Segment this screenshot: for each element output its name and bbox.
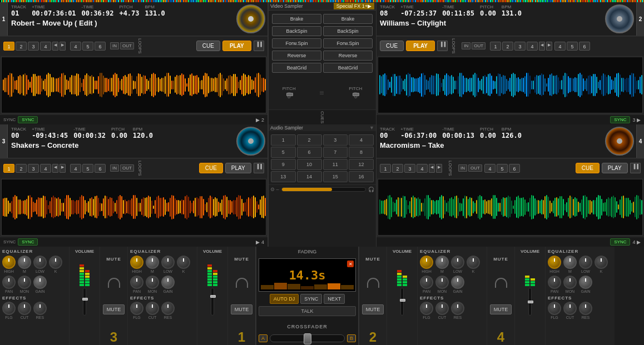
d3-prev-btn[interactable]: ◀ — [52, 164, 58, 173]
d2-prev-btn[interactable]: ◀ — [539, 42, 545, 51]
ch3-mon-knob[interactable] — [18, 276, 31, 289]
d3-in-btn[interactable]: IN — [110, 164, 119, 172]
d4-extra-btn[interactable]: ▐▐ — [630, 163, 641, 173]
d4-sync-btn[interactable]: SYNC — [610, 238, 630, 246]
ch4-high-knob[interactable] — [548, 256, 561, 269]
ch2-cut-knob[interactable] — [435, 302, 449, 315]
d3-sync-btn[interactable]: SYNC — [18, 238, 38, 246]
ch1-pan-knob[interactable] — [130, 276, 143, 289]
d2-loop-4b[interactable]: 4 — [554, 42, 566, 51]
ch4-pan-knob[interactable] — [548, 276, 561, 289]
d3-loop-6[interactable]: 6 — [95, 164, 106, 173]
sample-btn-5[interactable]: 5 — [271, 147, 296, 158]
ch3-pan-knob[interactable] — [2, 276, 16, 289]
ch3-flg-knob[interactable] — [2, 302, 16, 315]
ch1-mid-knob[interactable] — [146, 256, 159, 269]
cf-left-btn[interactable]: A — [259, 334, 267, 342]
ch4-mute-btn[interactable]: MUTE — [490, 304, 512, 314]
ch2-fader[interactable] — [400, 288, 404, 316]
d4-loop-1[interactable]: 1 — [380, 164, 391, 173]
ch3-fader[interactable] — [83, 288, 86, 316]
sampler-gear[interactable]: ⚙ – — [270, 187, 279, 192]
d2-sync-btn[interactable]: SYNC — [610, 116, 630, 123]
d2-loop-5[interactable]: 5 — [567, 42, 578, 51]
sample-btn-4[interactable]: 4 — [349, 134, 374, 146]
d1-in-btn[interactable]: IN — [110, 42, 119, 49]
ch3-gain-knob[interactable] — [33, 276, 47, 289]
ch1-mute-btn[interactable]: MUTE — [231, 304, 253, 314]
cf-right-btn[interactable]: B — [347, 334, 356, 342]
sync-btn[interactable]: SYNC — [300, 294, 322, 304]
ch1-gain-knob[interactable] — [161, 276, 175, 289]
ch1-cut-knob[interactable] — [146, 302, 159, 315]
ch2-res-knob[interactable] — [451, 302, 464, 315]
sample-btn-12[interactable]: 12 — [349, 159, 374, 170]
sample-btn-15[interactable]: 15 — [323, 171, 348, 182]
backspin-right-btn[interactable]: BackSpin — [323, 26, 373, 36]
ch3-cut-knob[interactable] — [18, 302, 31, 315]
d1-loop-1[interactable]: 1 — [3, 42, 14, 51]
d4-loop-4b[interactable]: 4 — [484, 164, 496, 173]
d1-loop-4b[interactable]: 4 — [70, 42, 81, 51]
d1-cue-btn[interactable]: CUE — [196, 41, 220, 51]
d1-play-btn[interactable]: PLAY — [222, 41, 251, 51]
ch4-gain-knob[interactable] — [579, 276, 592, 289]
d4-in-btn[interactable]: IN — [458, 164, 467, 172]
d2-out-btn[interactable]: OUT — [472, 42, 486, 49]
d1-loop-5[interactable]: 5 — [82, 42, 93, 51]
d4-prev-btn[interactable]: ◀ — [429, 164, 435, 173]
ch1-low-knob[interactable] — [161, 256, 175, 269]
sample-btn-2[interactable]: 2 — [297, 134, 322, 146]
sample-btn-14[interactable]: 14 — [297, 171, 322, 182]
d3-loop-4[interactable]: 4 — [40, 164, 51, 173]
ch1-res-knob[interactable] — [161, 302, 175, 315]
sample-btn-10[interactable]: 10 — [297, 159, 322, 170]
ch2-gain-knob[interactable] — [451, 276, 464, 289]
d3-loop-1[interactable]: 1 — [3, 164, 14, 173]
ch1-k-knob[interactable] — [177, 256, 190, 269]
special-fx-label[interactable]: Special FX 1+▶ — [334, 3, 374, 9]
d1-loop-3[interactable]: 3 — [28, 42, 39, 51]
d4-loop-3[interactable]: 3 — [404, 164, 415, 173]
ch4-mon-knob[interactable] — [563, 276, 577, 289]
ch4-flg-knob[interactable] — [548, 302, 561, 315]
sample-btn-8[interactable]: 8 — [349, 147, 374, 158]
d4-loop-5[interactable]: 5 — [497, 164, 508, 173]
ch4-k-knob[interactable] — [595, 256, 608, 269]
d2-loop-6[interactable]: 6 — [579, 42, 590, 51]
sample-btn-9[interactable]: 9 — [271, 159, 296, 170]
ch1-fader[interactable] — [211, 288, 214, 316]
audio-sampler-arrow[interactable]: ▼ — [369, 125, 374, 131]
d3-loop-4b[interactable]: 4 — [70, 164, 81, 173]
d2-loop-2[interactable]: 2 — [502, 42, 513, 51]
ch4-cut-knob[interactable] — [563, 302, 577, 315]
next-btn[interactable]: NEXT — [324, 294, 345, 304]
d3-loop-5[interactable]: 5 — [82, 164, 93, 173]
ch3-low-knob[interactable] — [33, 256, 47, 269]
d2-loop-3[interactable]: 3 — [514, 42, 526, 51]
auto-dj-btn[interactable]: AUTO DJ — [270, 294, 299, 304]
d4-next-btn[interactable]: ▶ — [436, 164, 442, 173]
sample-btn-6[interactable]: 6 — [297, 147, 322, 158]
sample-btn-13[interactable]: 13 — [271, 171, 296, 182]
ch4-low-knob[interactable] — [579, 256, 592, 269]
d3-play-btn[interactable]: PLAY — [225, 163, 251, 173]
backspin-left-btn[interactable]: BackSpin — [272, 26, 321, 36]
sample-btn-1[interactable]: 1 — [271, 134, 296, 146]
d3-next-btn[interactable]: ▶ — [60, 164, 66, 173]
sample-btn-7[interactable]: 7 — [323, 147, 348, 158]
reverse-right-btn[interactable]: Reverse — [323, 51, 373, 61]
d4-loop-2[interactable]: 2 — [392, 164, 403, 173]
fading-cancel-btn[interactable]: ✕ — [347, 261, 354, 267]
ch2-low-knob[interactable] — [451, 256, 464, 269]
d2-in-btn[interactable]: IN — [462, 42, 470, 49]
d2-cue-btn[interactable]: CUE — [380, 41, 404, 51]
d4-out-btn[interactable]: OUT — [468, 164, 482, 172]
forwspin-right-btn[interactable]: Forw.Spin — [323, 38, 373, 48]
d3-loop-2[interactable]: 2 — [16, 164, 27, 173]
ch1-flg-knob[interactable] — [130, 302, 143, 315]
d3-extra-btn[interactable]: ▐▐ — [254, 163, 264, 173]
d2-next-btn[interactable]: ▶ — [546, 42, 552, 51]
d2-play-btn[interactable]: PLAY — [406, 41, 435, 51]
d1-sync-btn[interactable]: SYNC — [18, 116, 38, 123]
